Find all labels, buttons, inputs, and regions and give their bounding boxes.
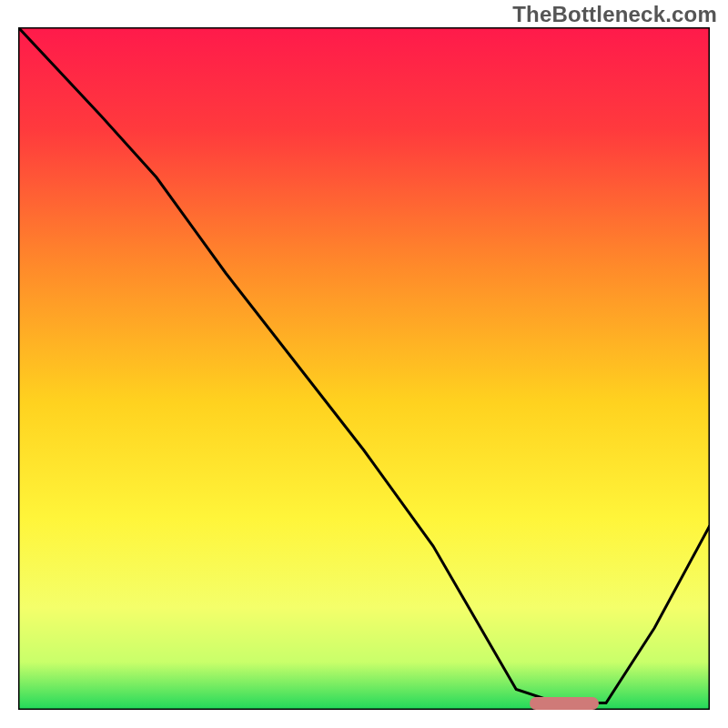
chart-container: TheBottleneck.com [0, 0, 728, 728]
chart-svg [18, 27, 710, 710]
watermark-label: TheBottleneck.com [512, 2, 717, 27]
optimal-marker [530, 697, 599, 710]
plot-area [18, 27, 710, 710]
chart-background [18, 27, 710, 710]
